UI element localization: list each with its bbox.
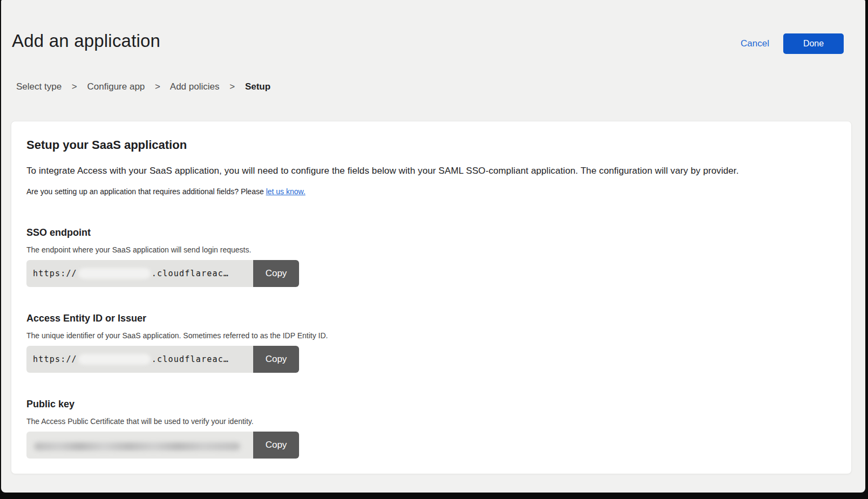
cancel-button[interactable]: Cancel <box>741 38 769 49</box>
sso-endpoint-label: SSO endpoint <box>26 226 836 239</box>
access-entity-id-label: Access Entity ID or Issuer <box>26 312 836 325</box>
page-title: Add an application <box>12 30 160 52</box>
card-description: To integrate Access with your SaaS appli… <box>26 165 836 177</box>
field-sso-endpoint: SSO endpoint The endpoint where your Saa… <box>26 226 836 287</box>
card-heading: Setup your SaaS application <box>26 138 836 153</box>
access-entity-id-description: The unique identifier of your SaaS appli… <box>26 330 836 341</box>
setup-card: Setup your SaaS application To integrate… <box>11 121 852 474</box>
field-public-key: Public key The Access Public Certificate… <box>26 398 836 459</box>
public-key-value <box>26 432 253 459</box>
redacted-value-blur <box>78 268 151 279</box>
done-button[interactable]: Done <box>783 33 844 54</box>
access-entity-id-value: https:// .cloudflareac… <box>26 346 253 373</box>
breadcrumb-separator: > <box>155 81 160 92</box>
breadcrumb-step-add-policies[interactable]: Add policies <box>170 81 220 92</box>
card-note-text: Are you setting up an application that r… <box>26 187 266 196</box>
breadcrumb-separator: > <box>72 81 77 92</box>
access-entity-id-row: https:// .cloudflareac… Copy <box>26 346 299 373</box>
redacted-value-blur <box>34 442 240 450</box>
access-entity-id-value-suffix: .cloudflareac… <box>152 354 229 364</box>
sso-endpoint-description: The endpoint where your SaaS application… <box>26 244 836 255</box>
breadcrumb: Select type > Configure app > Add polici… <box>16 81 865 93</box>
public-key-label: Public key <box>26 398 836 411</box>
card-note: Are you setting up an application that r… <box>26 186 836 197</box>
sso-endpoint-value-suffix: .cloudflareac… <box>152 269 229 278</box>
breadcrumb-step-configure-app[interactable]: Configure app <box>87 81 145 92</box>
public-key-row: Copy <box>26 432 299 459</box>
access-entity-id-value-prefix: https:// <box>33 354 77 364</box>
page: Add an application Cancel Done Select ty… <box>1 0 865 493</box>
redacted-value-blur <box>78 354 151 365</box>
public-key-description: The Access Public Certificate that will … <box>26 416 836 427</box>
sso-endpoint-value-prefix: https:// <box>33 269 77 278</box>
access-entity-id-copy-button[interactable]: Copy <box>253 346 299 373</box>
page-header: Add an application Cancel Done <box>1 0 865 54</box>
sso-endpoint-value: https:// .cloudflareac… <box>26 260 253 287</box>
breadcrumb-step-select-type[interactable]: Select type <box>16 81 62 92</box>
sso-endpoint-row: https:// .cloudflareac… Copy <box>26 260 299 287</box>
field-access-entity-id: Access Entity ID or Issuer The unique id… <box>26 312 836 373</box>
public-key-copy-button[interactable]: Copy <box>253 432 299 459</box>
sso-endpoint-copy-button[interactable]: Copy <box>253 260 299 287</box>
let-us-know-link[interactable]: let us know. <box>266 187 306 196</box>
breadcrumb-step-setup[interactable]: Setup <box>245 81 270 92</box>
breadcrumb-separator: > <box>229 81 235 92</box>
header-actions: Cancel Done <box>741 33 844 54</box>
